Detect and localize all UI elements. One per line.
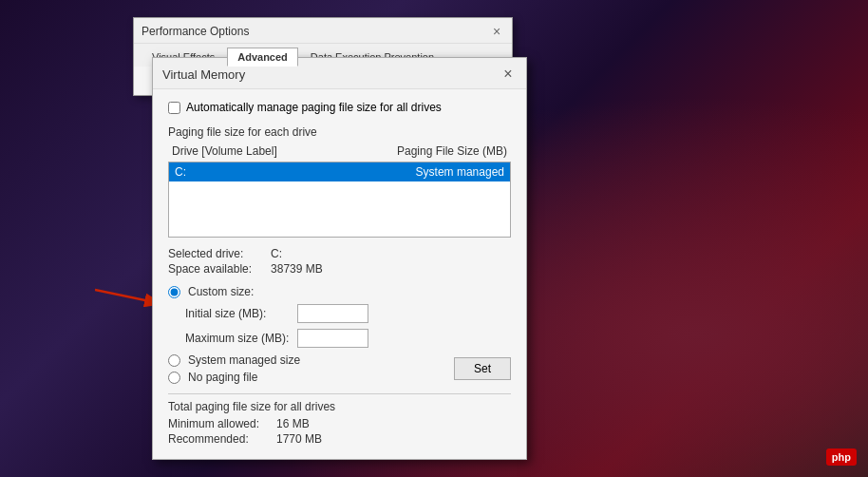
no-paging-label: No paging file [188,371,257,384]
perf-options-title: Performance Options [142,25,249,38]
drive-letter: C: [175,165,285,179]
initial-size-input[interactable] [297,304,368,323]
perf-options-titlebar: Performance Options × [134,18,512,44]
minimum-allowed-row: Minimum allowed: 16 MB [168,417,511,430]
bottom-options-row: System managed size No paging file Set [168,353,511,384]
maximum-size-input[interactable] [297,329,368,348]
drive-list[interactable]: C: System managed [168,162,511,238]
paging-section-label: Paging file size for each drive [168,125,511,139]
total-section-title: Total paging file size for all drives [168,400,511,413]
drive-column-header: Drive [Volume Label] [172,144,340,158]
recommended-value: 1770 MB [276,432,322,446]
auto-manage-label: Automatically manage paging file size fo… [186,101,442,114]
virtual-memory-dialog: Virtual Memory × Automatically manage pa… [152,57,527,460]
minimum-allowed-value: 16 MB [276,417,310,430]
initial-size-row: Initial size (MB): [185,304,511,323]
vm-titlebar: Virtual Memory × [153,58,526,89]
custom-size-radio[interactable] [168,286,180,298]
drive-table-header: Drive [Volume Label] Paging File Size (M… [168,143,511,160]
custom-size-radio-row: Custom size: [168,285,511,298]
php-badge: php [826,448,857,466]
set-button[interactable]: Set [454,357,511,380]
tab-advanced[interactable]: Advanced [227,48,298,67]
system-managed-radio-row: System managed size [168,353,300,367]
total-rows: Minimum allowed: 16 MB Recommended: 1770… [168,417,511,446]
no-paging-radio-row: No paging file [168,371,300,384]
maximum-size-label: Maximum size (MB): [185,332,290,345]
bottom-radio-group: System managed size No paging file [168,353,300,384]
drive-info-section: Selected drive: Space available: C: 3873… [168,247,511,276]
auto-manage-checkbox[interactable] [168,102,180,114]
drive-row-c[interactable]: C: System managed [169,162,510,181]
size-column-header: Paging File Size (MB) [340,144,508,158]
space-available-label: Space available: [168,262,252,276]
vm-title: Virtual Memory [162,67,245,82]
size-options-section: Custom size: Initial size (MB): Maximum … [168,285,511,348]
divider [168,393,511,394]
system-managed-label: System managed size [188,353,300,367]
space-available-value: 38739 MB [271,262,323,276]
vm-close-button[interactable]: × [500,66,517,83]
custom-size-label: Custom size: [188,285,254,298]
no-paging-radio[interactable] [168,372,180,384]
total-section: Total paging file size for all drives Mi… [168,400,511,446]
minimum-allowed-label: Minimum allowed: [168,417,273,430]
drive-size: System managed [285,165,504,179]
maximum-size-row: Maximum size (MB): [185,329,511,348]
initial-size-label: Initial size (MB): [185,307,290,320]
recommended-row: Recommended: 1770 MB [168,432,511,446]
auto-manage-row: Automatically manage paging file size fo… [168,101,511,114]
vm-body: Automatically manage paging file size fo… [153,89,526,459]
selected-drive-label: Selected drive: [168,247,252,260]
system-managed-radio[interactable] [168,354,180,367]
perf-options-close-button[interactable]: × [489,24,504,39]
recommended-label: Recommended: [168,432,273,446]
selected-drive-value: C: [271,247,323,260]
